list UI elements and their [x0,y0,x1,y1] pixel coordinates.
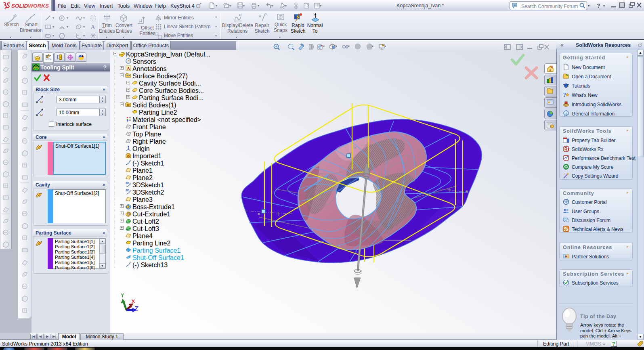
svg-text:D: D [40,100,43,104]
svg-text:D: D [40,113,43,117]
svg-text:A: A [91,24,95,30]
svg-text:SOLIDWORKS: SOLIDWORKS [11,3,49,9]
svg-text:?: ? [563,92,566,98]
svg-text:A: A [127,66,130,71]
svg-text:3D: 3D [126,182,129,184]
svg-text:3D: 3D [126,189,129,192]
svg-text:Rx: Rx [564,147,569,151]
svg-text:i: i [566,111,567,115]
